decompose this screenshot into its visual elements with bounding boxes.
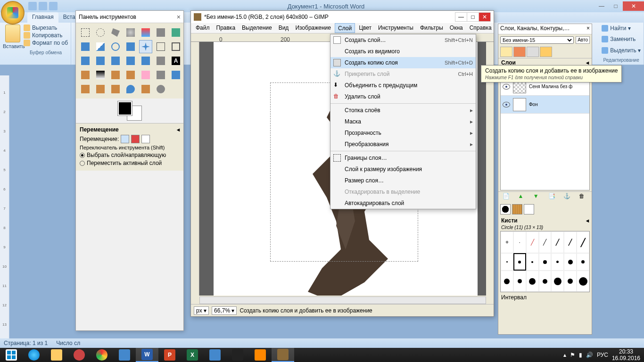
menu-merge-down[interactable]: ⬇Объединить с предыдущим: [330, 80, 476, 91]
eraser-tool[interactable]: [139, 68, 152, 82]
color-picker-tool[interactable]: [94, 40, 107, 53]
swatch-black[interactable]: [500, 204, 511, 214]
unit-selector[interactable]: px ▾: [194, 306, 209, 315]
move-tool[interactable]: [139, 40, 152, 53]
fuzzy-select-tool[interactable]: [124, 26, 137, 39]
redo-icon[interactable]: [49, 2, 58, 10]
brush-item[interactable]: [564, 253, 577, 271]
menu-layer-size[interactable]: Размер слоя…: [330, 175, 476, 186]
menu-filters[interactable]: Фильтры: [417, 23, 446, 33]
brush-item[interactable]: +: [501, 231, 513, 253]
perspective-tool[interactable]: [124, 54, 137, 67]
format-painter-button[interactable]: Формат по об: [24, 40, 68, 46]
layer-row[interactable]: Фон: [501, 96, 589, 114]
toolbox-titlebar[interactable]: Панель инструментов ×: [76, 11, 183, 23]
menu-file[interactable]: Файл: [193, 23, 213, 33]
anchor-layer-button[interactable]: ⚓: [563, 193, 572, 201]
menu-edit[interactable]: Правка: [214, 23, 239, 33]
menu-new-from-visible[interactable]: Создать из видимого: [330, 46, 476, 57]
taskbar-player[interactable]: [249, 348, 272, 362]
menu-colors[interactable]: Цвет: [356, 23, 374, 33]
close-button[interactable]: ✕: [623, 1, 644, 11]
tab-layers-icon[interactable]: [500, 47, 512, 57]
visibility-icon[interactable]: [503, 84, 510, 90]
free-select-tool[interactable]: [109, 26, 122, 39]
ink-tool[interactable]: [169, 68, 182, 82]
copy-button[interactable]: Копировать: [24, 32, 68, 39]
taskbar-powerpoint[interactable]: P: [158, 348, 181, 362]
visibility-icon[interactable]: [503, 102, 510, 107]
close-icon[interactable]: ×: [586, 25, 590, 33]
brush-item[interactable]: [577, 253, 589, 271]
new-layer-button[interactable]: 📄: [503, 193, 511, 201]
swatch-white[interactable]: [524, 204, 534, 214]
paste-button[interactable]: Вставить: [3, 25, 23, 63]
crop-tool[interactable]: [169, 40, 182, 53]
menu-select[interactable]: Выделение: [239, 23, 275, 33]
zoom-tool[interactable]: [109, 40, 122, 53]
menu-transparency[interactable]: Прозрачность▸: [330, 127, 476, 139]
taskbar-gimp[interactable]: [272, 348, 294, 362]
image-selector[interactable]: Без имени-15: [500, 36, 574, 44]
cage-tool[interactable]: [154, 54, 167, 67]
menu-layer-to-image[interactable]: Слой к размеру изображения: [330, 164, 476, 175]
menu-help[interactable]: Справка: [467, 23, 495, 33]
heal-tool[interactable]: [94, 82, 107, 96]
tab-channels-icon[interactable]: [513, 47, 526, 57]
taskbar-explorer[interactable]: [45, 348, 68, 362]
select-button[interactable]: Выделить ▾: [602, 47, 641, 54]
tray-up-icon[interactable]: ▴: [563, 352, 566, 358]
close-icon[interactable]: ×: [177, 13, 181, 21]
clone-tool[interactable]: [79, 82, 92, 96]
brush-item[interactable]: ╱: [577, 231, 589, 253]
menu-layer[interactable]: Слой: [335, 23, 355, 33]
brush-item[interactable]: [526, 271, 539, 292]
taskbar-calc[interactable]: [204, 348, 226, 362]
menu-view[interactable]: Вид: [276, 23, 292, 33]
scale-tool[interactable]: [94, 54, 107, 67]
brush-item[interactable]: [551, 271, 564, 292]
brush-item[interactable]: ·: [513, 231, 526, 253]
paintbrush-tool[interactable]: [124, 68, 137, 82]
swatch-wood[interactable]: [512, 204, 522, 214]
menu-mask[interactable]: Маска▸: [330, 116, 476, 127]
brush-item[interactable]: ╱: [539, 231, 552, 253]
blur-tool[interactable]: [124, 82, 137, 96]
radio-pick-layer[interactable]: Выбрать слой/направляющую: [80, 152, 180, 158]
delete-layer-button[interactable]: 🗑: [579, 193, 587, 201]
raise-layer-button[interactable]: ▲: [518, 193, 526, 201]
color-select-tool[interactable]: [139, 26, 152, 39]
gimp-titlebar[interactable]: *Без имени-15.0 (RGB, 2 слоя) 640x800 – …: [191, 11, 494, 23]
tab-paths-icon[interactable]: [527, 47, 539, 57]
brush-item[interactable]: ╱: [526, 231, 539, 253]
radio-move-active[interactable]: Переместить активный слой: [80, 160, 180, 166]
maximize-button[interactable]: □: [609, 1, 623, 11]
move-path-icon[interactable]: [141, 135, 150, 143]
fg-bg-colors[interactable]: [118, 101, 141, 120]
perspective-clone-tool[interactable]: [109, 82, 122, 96]
menu-stack[interactable]: Стопка слоёв▸: [330, 105, 476, 116]
brush-item[interactable]: [577, 271, 589, 292]
options-menu-icon[interactable]: ◂: [177, 126, 180, 133]
brush-item[interactable]: [526, 253, 539, 271]
brush-item[interactable]: ╱: [551, 231, 564, 253]
blend-tool[interactable]: [94, 68, 107, 82]
brush-item[interactable]: ╱: [564, 231, 577, 253]
measure-tool[interactable]: [124, 40, 137, 53]
menu-autocrop[interactable]: Автокадрировать слой: [330, 197, 476, 209]
taskbar-word[interactable]: W: [136, 348, 158, 362]
menu-tools[interactable]: Инструменты: [375, 23, 416, 33]
zoom-selector[interactable]: 66,7% ▾: [212, 306, 237, 315]
menu-duplicate-layer[interactable]: Создать копию слояShift+Ctrl+D: [330, 57, 476, 68]
brush-item[interactable]: [539, 271, 552, 292]
airbrush-tool[interactable]: [154, 68, 167, 82]
find-button[interactable]: Найти ▾: [602, 25, 641, 32]
replace-button[interactable]: Заменить: [602, 35, 641, 43]
taskbar-ie[interactable]: [23, 348, 45, 362]
tray-network-icon[interactable]: ▮: [579, 352, 582, 358]
scissors-tool[interactable]: [154, 26, 167, 39]
close-button[interactable]: ✕: [479, 12, 491, 22]
pencil-tool[interactable]: [109, 68, 122, 82]
taskbar-app1[interactable]: [68, 348, 91, 362]
scrollbar-horizontal[interactable]: [199, 296, 486, 304]
